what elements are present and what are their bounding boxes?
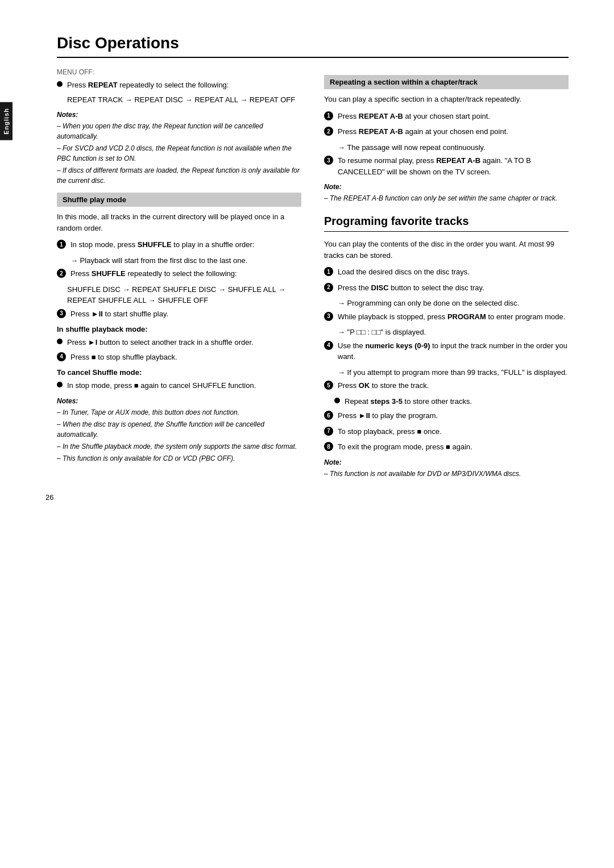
- p-num-8: 8: [324, 442, 333, 451]
- shuffle-sequence: SHUFFLE DISC → REPEAT SHUFFLE DISC → SHU…: [67, 284, 301, 306]
- prog-item-4: 4 Use the numeric keys (0-9) to input th…: [324, 340, 569, 362]
- prog-text-1: Load the desired discs on the disc trays…: [338, 266, 569, 278]
- shuffle-item-4: 4 Press ■ to stop shuffle playback.: [57, 352, 301, 363]
- cancel-shuffle-text: In stop mode, press ■ again to cancel SH…: [67, 380, 256, 391]
- prog-arrow-2: → Programming can only be done on the se…: [338, 298, 569, 309]
- prog-text-3: While playback is stopped, press PROGRAM…: [338, 311, 569, 323]
- notes-label: Notes:: [57, 111, 301, 119]
- in-shuffle-bullet: Press ►I button to select another track …: [57, 337, 301, 348]
- prog-arrow-3: → "P □□ : □□" is displayed.: [338, 327, 569, 338]
- note-3: – If discs of different formats are load…: [57, 165, 301, 186]
- p-num-7: 7: [324, 427, 333, 436]
- repeat-ab-text-2: Press REPEAT A-B again at your chosen en…: [338, 126, 569, 137]
- prog-text-6: Press ►II to play the program.: [338, 410, 569, 422]
- p-num-3: 3: [324, 312, 333, 321]
- repeat-ab-note-label: Note:: [324, 183, 569, 191]
- ra-num-1: 1: [324, 111, 333, 120]
- bullet-dot-prog: [334, 398, 340, 403]
- ra-num-2: 2: [324, 127, 333, 136]
- shuffle-header: Shuffle play mode: [57, 193, 301, 207]
- prog-notes: Note: – This function is not available f…: [324, 458, 569, 479]
- page-number: 26: [45, 493, 53, 502]
- prog-text-4: Use the numeric keys (0-9) to input the …: [338, 340, 569, 362]
- repeat-ab-desc: You can play a specific section in a cha…: [324, 94, 569, 105]
- repeat-ab-item-2: 2 Press REPEAT A-B again at your chosen …: [324, 126, 569, 137]
- prog-title: Programing favorite tracks: [324, 215, 569, 232]
- in-shuffle-title: In shuffle playback mode:: [57, 325, 301, 333]
- shuffle-notes-label: Notes:: [57, 397, 301, 405]
- prog-item-1: 1 Load the desired discs on the disc tra…: [324, 266, 569, 278]
- shuffle-item-1: 1 In stop mode, press SHUFFLE to play in…: [57, 239, 301, 251]
- prog-note-text: – This function is not available for DVD…: [324, 469, 569, 479]
- p-num-4: 4: [324, 341, 333, 350]
- note-2: – For SVCD and VCD 2.0 discs, the Repeat…: [57, 143, 301, 164]
- shuffle-notes: Notes: – In Tuner, Tape or AUX mode, thi…: [57, 397, 301, 464]
- right-column: Repeating a section within a chapter/tra…: [324, 68, 569, 485]
- in-shuffle-bullet-text: Press ►I button to select another track …: [67, 337, 254, 348]
- prog-item-2: 2 Press the DISC button to select the di…: [324, 282, 569, 294]
- left-column: MENU OFF: Press REPEAT repeatedly to sel…: [57, 68, 301, 485]
- page-container: English Disc Operations MENU OFF: Press …: [0, 0, 614, 519]
- p-num-1: 1: [324, 267, 333, 276]
- shuffle-arrow-1: → Playback will start from the first dis…: [70, 255, 301, 266]
- prog-item-8: 8 To exit the program mode, press ■ agai…: [324, 441, 569, 453]
- repeat-ab-item-3: 3 To resume normal play, press REPEAT A-…: [324, 155, 569, 177]
- shuffle-desc: In this mode, all tracks in the current …: [57, 211, 301, 233]
- prog-item-5: 5 Press OK to store the track.: [324, 380, 569, 391]
- prog-text-8: To exit the program mode, press ■ again.: [338, 441, 569, 453]
- prog-item-3: 3 While playback is stopped, press PROGR…: [324, 311, 569, 323]
- repeat-ab-note-text: – The REPEAT A-B function can only be se…: [324, 193, 569, 203]
- prog-note-label: Note:: [324, 458, 569, 466]
- prog-item-7: 7 To stop playback, press ■ once.: [324, 426, 569, 437]
- two-column-layout: MENU OFF: Press REPEAT repeatedly to sel…: [57, 68, 569, 485]
- ra-num-3: 3: [324, 156, 333, 165]
- cancel-shuffle-title: To cancel Shuffle mode:: [57, 368, 301, 377]
- prog-repeat-steps: Repeat steps 3-5 to store other tracks.: [334, 396, 569, 407]
- shuffle-text-4: Press ■ to stop shuffle playback.: [70, 352, 301, 363]
- shuffle-item-3: 3 Press ►II to start shuffle play.: [57, 308, 301, 320]
- p-num-2: 2: [324, 283, 333, 292]
- num-3: 3: [57, 309, 66, 318]
- shuffle-note-4: – This function is only available for CD…: [57, 453, 301, 464]
- shuffle-note-1: – In Tuner, Tape or AUX mode, this butto…: [57, 407, 301, 418]
- shuffle-text-2: Press SHUFFLE repeatedly to select the f…: [70, 268, 301, 279]
- repeat-ab-notes: Note: – The REPEAT A-B function can only…: [324, 183, 569, 203]
- prog-text-7: To stop playback, press ■ once.: [338, 426, 569, 437]
- menu-off-bullet-item: Press REPEAT repeatedly to select the fo…: [57, 80, 301, 91]
- prog-arrow-4: → If you attempt to program more than 99…: [338, 367, 569, 378]
- bullet-dot: [57, 81, 63, 87]
- repeat-ab-header: Repeating a section within a chapter/tra…: [324, 75, 569, 89]
- repeat-ab-text-3: To resume normal play, press REPEAT A-B …: [338, 155, 569, 177]
- p-num-5: 5: [324, 381, 333, 390]
- note-1: – When you open the disc tray, the Repea…: [57, 121, 301, 141]
- prog-item-6: 6 Press ►II to play the program.: [324, 410, 569, 422]
- bullet-dot-3: [57, 382, 63, 387]
- menu-off-label: MENU OFF:: [57, 68, 301, 76]
- page-title: Disc Operations: [57, 34, 569, 58]
- num-1: 1: [57, 240, 66, 249]
- prog-text-2: Press the DISC button to select the disc…: [338, 282, 569, 294]
- shuffle-item-2: 2 Press SHUFFLE repeatedly to select the…: [57, 268, 301, 279]
- repeat-ab-item-1: 1 Press REPEAT A-B at your chosen start …: [324, 111, 569, 122]
- prog-repeat-text: Repeat steps 3-5 to store other tracks.: [345, 396, 472, 407]
- menu-off-bullet-text: Press REPEAT repeatedly to select the fo…: [67, 80, 229, 91]
- sidebar-tab: English: [0, 102, 13, 140]
- repeat-ab-arrow-2: → The passage will now repeat continuous…: [338, 142, 569, 153]
- num-2: 2: [57, 269, 66, 278]
- repeat-sequence: REPEAT TRACK → REPEAT DISC → REPEAT ALL …: [67, 94, 301, 106]
- prog-desc: You can play the contents of the disc in…: [324, 239, 569, 261]
- shuffle-note-2: – When the disc tray is opened, the Shuf…: [57, 419, 301, 440]
- bullet-dot-2: [57, 339, 63, 344]
- p-num-6: 6: [324, 411, 333, 420]
- repeat-notes: Notes: – When you open the disc tray, th…: [57, 111, 301, 186]
- prog-text-5: Press OK to store the track.: [338, 380, 569, 391]
- repeat-ab-text-1: Press REPEAT A-B at your chosen start po…: [338, 111, 569, 122]
- shuffle-text-1: In stop mode, press SHUFFLE to play in a…: [70, 239, 301, 251]
- num-4: 4: [57, 352, 66, 361]
- shuffle-note-3: – In the Shuffle playback mode, the syst…: [57, 441, 301, 452]
- cancel-shuffle-bullet: In stop mode, press ■ again to cancel SH…: [57, 380, 301, 391]
- shuffle-text-3: Press ►II to start shuffle play.: [70, 308, 301, 320]
